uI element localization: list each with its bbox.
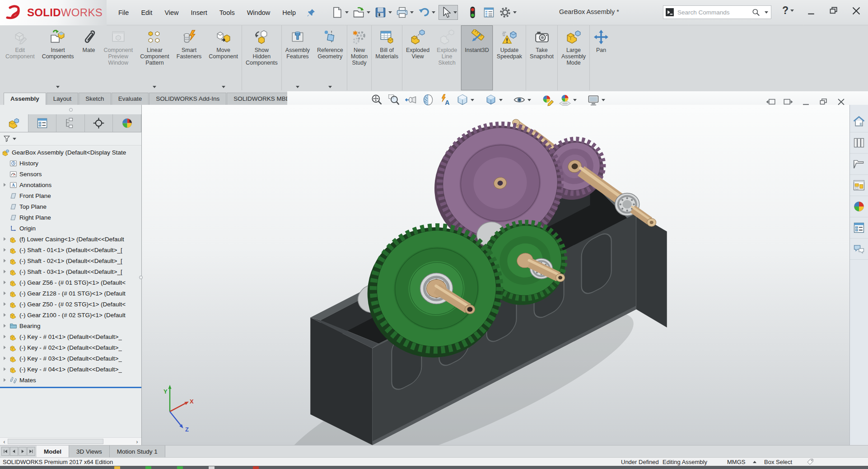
show-hidden-components-button[interactable]: Show Hidden Components	[242, 25, 281, 90]
tree-item-top-plane[interactable]: Top Plane	[0, 201, 141, 212]
insert-components-button[interactable]: Insert Components	[38, 25, 78, 90]
tree-item-sensors[interactable]: Sensors	[0, 169, 141, 179]
panel-horizontal-scrollbar[interactable]: ‹ ›	[0, 437, 141, 445]
task-pane-view-palette[interactable]	[850, 175, 868, 196]
filter-dropdown-arrow-icon[interactable]	[13, 138, 16, 140]
filter-icon[interactable]	[3, 135, 11, 143]
assembly-features-button[interactable]: Assembly Features	[281, 25, 313, 90]
tab-prev-icon[interactable]	[10, 447, 18, 456]
dropdown-arrow-icon[interactable]	[388, 11, 392, 14]
zoom-to-fit-button[interactable]	[369, 93, 384, 107]
expand-arrow-icon[interactable]	[4, 183, 9, 187]
display-style-button[interactable]	[484, 93, 504, 107]
dropdown-arrow-icon[interactable]	[410, 11, 414, 14]
pan-button[interactable]: Pan	[589, 25, 612, 90]
dropdown-arrow-icon[interactable]	[602, 99, 605, 101]
tree-item-shaft-03[interactable]: (-) Shaft - 03<1> (Default<<Default>_[	[0, 266, 141, 277]
tree-item-gear-z56[interactable]: (-) Gear Z56 - (# 01 STG)<1> (Default<	[0, 277, 141, 288]
rebuild-button[interactable]	[466, 5, 480, 20]
menu-help[interactable]: Help	[282, 9, 296, 16]
expand-arrow-icon[interactable]	[4, 194, 9, 197]
tab-assembly[interactable]: Assembly	[4, 93, 46, 105]
move-component-button[interactable]: Move Component	[205, 25, 242, 90]
scroll-left-icon[interactable]: ‹	[1, 438, 8, 445]
restore-button[interactable]	[828, 5, 839, 16]
tree-item-shaft-02[interactable]: (-) Shaft - 02<1> (Default<<Default>_[	[0, 255, 141, 266]
task-pane-design-library[interactable]	[850, 132, 868, 154]
scroll-thumb[interactable]	[8, 439, 103, 444]
tree-item-shaft-01[interactable]: (-) Shaft - 01<1> (Default<<Default>_[	[0, 244, 141, 255]
tree-item-gear-z128[interactable]: (-) Gear Z128 - (# 01 STG)<1> (Default	[0, 288, 141, 299]
tree-item-key-04[interactable]: (-) Key - # 04<1> (Default<<Default>_	[0, 364, 141, 375]
take-snapshot-button[interactable]: Take Snapshot	[526, 25, 557, 90]
expand-arrow-icon[interactable]	[4, 302, 9, 306]
propertymanager-tab[interactable]	[28, 114, 57, 132]
motion-study-1-tab[interactable]: Motion Study 1	[110, 446, 165, 457]
previous-view-button[interactable]	[404, 93, 418, 107]
search-input[interactable]: Search Commands	[677, 9, 749, 16]
dropdown-arrow-icon[interactable]	[513, 11, 517, 14]
menu-insert[interactable]: Insert	[191, 9, 207, 16]
expand-arrow-icon[interactable]	[4, 356, 9, 360]
tree-item-front-plane[interactable]: Front Plane	[0, 190, 141, 201]
expand-arrow-icon[interactable]	[4, 324, 9, 328]
tree-item-annotations[interactable]: A Annotations	[0, 179, 141, 190]
tree-item-lower-casing[interactable]: (f) Lower Casing<1> (Default<<Default	[0, 234, 141, 244]
edit-appearance-button[interactable]	[541, 93, 555, 107]
dropdown-arrow-icon[interactable]	[56, 86, 60, 88]
edit-component-button[interactable]: Edit Component	[2, 25, 38, 90]
linear-component-pattern-button[interactable]: Linear Component Pattern	[136, 25, 173, 90]
tab-next-icon[interactable]	[19, 447, 27, 456]
tree-item-key-01[interactable]: (-) Key - # 01<1> (Default<<Default>_	[0, 331, 141, 342]
tag-icon[interactable]	[807, 458, 814, 465]
expand-arrow-icon[interactable]	[4, 378, 9, 382]
explode-line-sketch-button[interactable]: Explode Line Sketch	[433, 25, 461, 90]
panel-splitter-grip[interactable]	[139, 276, 143, 279]
dropdown-arrow-icon[interactable]	[453, 11, 457, 14]
vp-close-icon[interactable]	[836, 97, 846, 107]
vp-restore-icon[interactable]	[818, 97, 829, 107]
search-commands-box[interactable]: Search Commands	[663, 5, 771, 19]
dimxpertmanager-tab[interactable]	[85, 114, 113, 132]
component-preview-window-button[interactable]: Component Preview Window	[100, 25, 137, 90]
units-caret-icon[interactable]	[753, 461, 756, 463]
expand-arrow-icon[interactable]	[4, 270, 9, 273]
pin-icon[interactable]	[307, 8, 316, 17]
save-button[interactable]	[373, 5, 393, 20]
expand-arrow-icon[interactable]	[4, 172, 9, 176]
options-button[interactable]	[498, 5, 518, 20]
task-pane-home[interactable]	[850, 111, 868, 132]
instant3d-button[interactable]: Instant3D	[461, 25, 493, 90]
tree-item-mates[interactable]: Mates	[0, 375, 141, 385]
tree-item-bearing-folder[interactable]: Bearing	[0, 320, 141, 331]
expand-arrow-icon[interactable]	[4, 291, 9, 295]
graphics-area[interactable]: YXZ	[142, 105, 849, 445]
expand-arrow-icon[interactable]	[4, 205, 9, 208]
mate-button[interactable]: Mate	[78, 25, 100, 90]
expand-arrow-icon[interactable]	[4, 259, 9, 263]
tree-item-right-plane[interactable]: Right Plane	[0, 212, 141, 223]
dropdown-arrow-icon[interactable]	[367, 11, 370, 14]
close-button[interactable]	[851, 5, 862, 16]
tree-item-history[interactable]: History	[0, 158, 141, 169]
menu-tools[interactable]: Tools	[219, 9, 235, 16]
print-button[interactable]	[395, 5, 415, 20]
view-settings-button[interactable]	[586, 93, 606, 107]
model-tab[interactable]: Model	[37, 446, 69, 457]
rollback-bar[interactable]	[0, 387, 141, 388]
dropdown-arrow-icon[interactable]	[328, 86, 332, 88]
new-document-button[interactable]	[330, 5, 350, 20]
search-dropdown-arrow-icon[interactable]	[765, 11, 768, 14]
menu-file[interactable]: File	[118, 9, 129, 16]
next-window-icon[interactable]	[783, 97, 793, 107]
exploded-view-button[interactable]: Exploded View	[402, 25, 433, 90]
expand-arrow-icon[interactable]	[4, 313, 9, 317]
dropdown-arrow-icon[interactable]	[499, 99, 503, 101]
dropdown-arrow-icon[interactable]	[471, 99, 474, 101]
menu-window[interactable]: Window	[247, 9, 271, 16]
minimize-button[interactable]	[806, 5, 817, 16]
undo-button[interactable]	[417, 5, 436, 20]
configurationmanager-tab[interactable]	[56, 114, 85, 132]
units-selector[interactable]: MMGS	[727, 459, 745, 465]
expand-arrow-icon[interactable]	[4, 237, 9, 241]
